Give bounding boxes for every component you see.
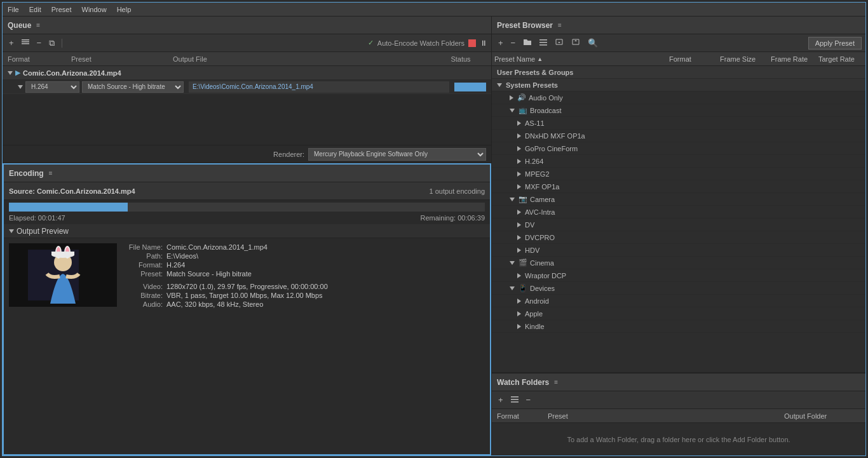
devices-expand[interactable] (510, 286, 515, 290)
devices-icon: 📱 (519, 284, 527, 292)
wraptor-expand[interactable] (517, 273, 521, 278)
watch-folders-title: Watch Folders (497, 378, 549, 387)
apply-preset-button[interactable]: Apply Preset (808, 37, 862, 50)
svg-rect-17 (511, 401, 519, 403)
avc-expand[interactable] (517, 210, 521, 215)
watch-folders-header: Watch Folders ≡ (492, 374, 865, 391)
watch-remove-button[interactable]: − (524, 394, 534, 406)
preset-select[interactable]: Match Source - High bitrate (82, 81, 184, 93)
info-bitrate-label: Bitrate: (125, 292, 163, 299)
hdv-expand[interactable] (517, 248, 521, 253)
main-area: Queue ≡ + − ⧉ ✓ Auto-Encode Watc (3, 17, 865, 455)
tree-item-audio-only[interactable]: 🔊 Audio Only (492, 91, 865, 104)
remove-item-button[interactable]: − (34, 37, 44, 49)
mpeg2-expand[interactable] (517, 172, 521, 177)
menu-preset[interactable]: Preset (51, 6, 72, 13)
add-item-button[interactable]: + (6, 37, 17, 49)
preset-browser-panel: Preset Browser ≡ + − (492, 17, 865, 373)
cinema-expand[interactable] (510, 261, 515, 265)
preset-folder-button[interactable] (520, 37, 534, 49)
dnxhd-expand[interactable] (517, 133, 521, 138)
encoding-menu-icon[interactable]: ≡ (49, 170, 53, 177)
preset-browser-header: Preset Browser ≡ (492, 17, 865, 34)
pcol-targetrate: Target Rate (818, 55, 863, 63)
svg-rect-0 (22, 39, 29, 41)
format-select[interactable]: H.264 (25, 81, 79, 93)
wraptor-label: Wraptor DCP (525, 272, 566, 280)
kindle-expand[interactable] (517, 324, 521, 329)
tree-item-android[interactable]: Android (492, 295, 865, 307)
mxf-label: MXF OP1a (525, 183, 559, 191)
preset-remove-button[interactable]: − (508, 37, 519, 49)
tree-item-dvcpro[interactable]: DVCPRO (492, 231, 865, 244)
menu-edit[interactable]: Edit (29, 6, 41, 13)
menu-file[interactable]: File (8, 6, 19, 13)
menu-help[interactable]: Help (117, 6, 132, 13)
tree-item-dnxhd[interactable]: DNxHD MXF OP1a (492, 130, 865, 142)
tree-item-avc-intra[interactable]: AVC-Intra (492, 206, 865, 219)
preset-import-button[interactable] (552, 37, 566, 49)
info-audio-value: AAC, 320 kbps, 48 kHz, Stereo (166, 300, 263, 308)
encoding-source-bar: Source: Comic.Con.Arizona.2014.mp4 1 out… (4, 182, 490, 200)
tree-item-as11[interactable]: AS-11 (492, 117, 865, 130)
audio-only-expand[interactable] (510, 95, 513, 100)
preset-add-button[interactable]: + (496, 37, 506, 49)
preset-export-button[interactable] (569, 37, 583, 49)
queue-table-header: Format Preset Output File Status (3, 52, 491, 66)
h264-expand[interactable] (517, 159, 521, 164)
encode-expand-icon[interactable] (18, 85, 23, 89)
tree-item-h264[interactable]: H.264 (492, 155, 865, 168)
duplicate-item-button[interactable]: ⧉ (46, 37, 57, 50)
tree-item-kindle[interactable]: Kindle (492, 320, 865, 333)
tree-item-hdv[interactable]: HDV (492, 244, 865, 257)
dvcpro-expand[interactable] (517, 235, 521, 240)
preset-settings-button[interactable] (537, 37, 550, 49)
watch-col-format: Format (497, 412, 548, 420)
as11-expand[interactable] (517, 121, 521, 126)
android-expand[interactable] (517, 299, 521, 304)
watch-columns-header: Format Preset Output Folder (492, 409, 865, 423)
queue-file-row[interactable]: ▶ Comic.Con.Arizona.2014.mp4 (3, 66, 491, 80)
tree-item-gopro[interactable]: GoPro CineForm (492, 142, 865, 155)
tree-item-apple[interactable]: Apple (492, 307, 865, 320)
preview-expand-icon[interactable] (9, 229, 14, 233)
svg-rect-16 (511, 399, 519, 400)
apple-expand[interactable] (517, 311, 521, 316)
tree-item-cinema[interactable]: 🎬 Cinema (492, 257, 865, 269)
svg-rect-12 (539, 39, 547, 41)
pcol-name: Preset Name ▲ (494, 55, 669, 63)
tree-item-dv[interactable]: DV (492, 219, 865, 231)
cinema-label: Cinema (530, 259, 554, 267)
preset-search-button[interactable]: 🔍 (585, 37, 600, 49)
tree-item-devices[interactable]: 📱 Devices (492, 282, 865, 295)
gopro-expand[interactable] (517, 146, 521, 151)
queue-settings-button[interactable] (19, 37, 32, 49)
pause-button[interactable]: ⏸ (480, 39, 487, 48)
stop-button[interactable] (468, 39, 476, 47)
left-panel: Queue ≡ + − ⧉ ✓ Auto-Encode Watc (3, 17, 492, 455)
broadcast-expand[interactable] (510, 109, 515, 112)
preset-browser-menu-icon[interactable]: ≡ (558, 22, 562, 29)
system-presets-expand[interactable] (497, 83, 502, 87)
tree-item-camera[interactable]: 📷 Camera (492, 193, 865, 206)
camera-expand[interactable] (510, 198, 515, 201)
sort-icon[interactable]: ▲ (537, 56, 543, 62)
system-presets-header[interactable]: System Presets (492, 79, 865, 91)
renderer-select[interactable]: Mercury Playback Engine Software Only (308, 148, 486, 161)
queue-menu-icon[interactable]: ≡ (36, 22, 40, 29)
menu-window[interactable]: Window (82, 6, 107, 13)
tree-item-mxf[interactable]: MXF OP1a (492, 180, 865, 193)
expand-icon[interactable] (8, 71, 13, 75)
dv-expand[interactable] (517, 222, 521, 227)
watch-add-button[interactable]: + (496, 394, 506, 406)
watch-settings-button[interactable] (508, 394, 521, 406)
encoding-header: Encoding ≡ (4, 165, 490, 182)
tree-item-broadcast[interactable]: 📺 Broadcast (492, 104, 865, 117)
mxf-expand[interactable] (517, 184, 521, 189)
watch-folders-menu-icon[interactable]: ≡ (554, 379, 558, 386)
info-path-row: Path: E:\Videos\ (125, 252, 485, 260)
tree-item-mpeg2[interactable]: MPEG2 (492, 168, 865, 180)
info-filename-row: File Name: Comic.Con.Arizona.2014_1.mp4 (125, 243, 485, 251)
tree-item-wraptor[interactable]: Wraptor DCP (492, 269, 865, 282)
user-presets-header[interactable]: User Presets & Groups (492, 66, 865, 79)
